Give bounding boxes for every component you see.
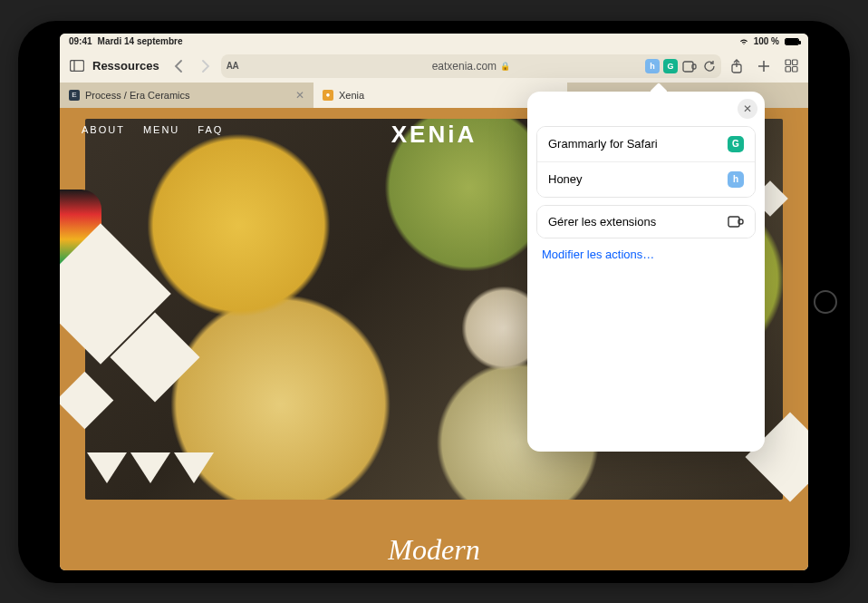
nav-menu[interactable]: MENU	[143, 124, 179, 135]
tab-overview-icon[interactable]	[779, 54, 803, 78]
status-date: Mardi 14 septembre	[98, 36, 183, 46]
sidebar-icon[interactable]	[65, 54, 89, 78]
nav-faq[interactable]: FAQ	[198, 124, 223, 135]
home-button[interactable]	[814, 290, 837, 314]
svg-rect-2	[683, 62, 693, 72]
decorative-shape	[130, 452, 170, 483]
lock-icon: 🔒	[500, 62, 510, 71]
site-nav: ABOUT MENU FAQ	[60, 108, 245, 151]
extensions-popover: ✕ Grammarly for Safari G Honey h Gérer l…	[527, 92, 765, 452]
manage-extensions-row[interactable]: Gérer les extensions	[537, 206, 755, 238]
extension-row-grammarly[interactable]: Grammarly for Safari G	[537, 127, 755, 161]
grammarly-badge-icon: G	[728, 136, 744, 152]
reader-mode-button[interactable]: AA	[227, 61, 238, 71]
svg-rect-8	[786, 60, 791, 65]
extensions-puzzle-icon	[728, 215, 744, 228]
grammarly-extension-icon[interactable]: G	[663, 59, 678, 73]
tab-favicon: ●	[323, 90, 333, 101]
svg-rect-12	[728, 217, 739, 227]
forward-button[interactable]	[194, 54, 217, 78]
svg-rect-9	[792, 60, 797, 65]
extension-row-honey[interactable]: Honey h	[537, 161, 755, 197]
url-text: eatxenia.com	[432, 60, 497, 73]
reload-icon[interactable]	[701, 58, 718, 74]
back-button[interactable]	[167, 54, 190, 78]
tab-favicon: E	[69, 90, 80, 101]
svg-rect-3	[692, 64, 696, 69]
share-icon[interactable]	[725, 54, 748, 78]
battery-icon	[785, 38, 799, 45]
decorative-shape	[174, 452, 214, 483]
nav-about[interactable]: ABOUT	[82, 124, 125, 135]
new-tab-icon[interactable]	[752, 54, 776, 78]
honey-extension-icon[interactable]: h	[645, 59, 660, 73]
decorative-shape	[87, 452, 127, 483]
tab-close-icon[interactable]: ✕	[295, 89, 304, 102]
tab-label: Xenia	[339, 90, 364, 101]
edit-actions-link[interactable]: Modifier les actions…	[527, 238, 765, 270]
battery-text: 100 %	[754, 36, 779, 46]
page-headline: Modern	[388, 533, 479, 567]
popover-close-button[interactable]: ✕	[738, 99, 757, 119]
wifi-icon	[739, 38, 748, 45]
status-time: 09:41	[69, 36, 92, 46]
extension-label: Honey	[548, 172, 583, 186]
status-bar: 09:41 Mardi 14 septembre 100 %	[60, 34, 808, 50]
manage-extensions-label: Gérer les extensions	[548, 215, 656, 229]
screen: 09:41 Mardi 14 septembre 100 % Ressource…	[60, 34, 808, 570]
tab-label: Process / Era Ceramics	[85, 90, 190, 101]
honey-badge-icon: h	[728, 171, 744, 188]
svg-rect-0	[71, 61, 84, 72]
svg-rect-10	[786, 67, 791, 73]
extensions-icon[interactable]	[681, 58, 698, 74]
sidebar-label[interactable]: Ressources	[92, 59, 159, 73]
url-bar[interactable]: AA eatxenia.com 🔒 h G	[221, 54, 721, 78]
extension-label: Grammarly for Safari	[548, 137, 658, 151]
site-logo[interactable]: XENiA	[391, 121, 477, 149]
ipad-frame: 09:41 Mardi 14 septembre 100 % Ressource…	[18, 21, 850, 583]
svg-rect-11	[792, 67, 797, 73]
tab-inactive[interactable]: E Process / Era Ceramics ✕	[60, 83, 313, 108]
browser-toolbar: Ressources AA eatxenia.com 🔒 h G	[60, 50, 808, 83]
